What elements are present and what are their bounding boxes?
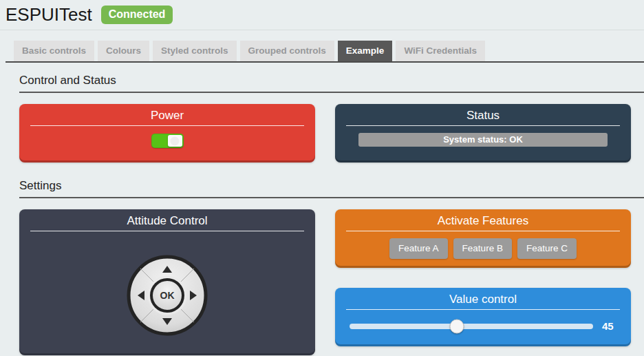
tab-basic-controls[interactable]: Basic controls [14,41,94,61]
pad-ok-label[interactable]: OK [160,290,175,301]
power-toggle-knob[interactable] [168,135,182,147]
power-panel: Power [19,104,315,163]
status-panel-body: System status: OK [335,126,631,147]
system-status-meter: System status: OK [358,133,608,147]
features-panel-title: Activate Features [335,209,631,228]
tab-grouped-controls[interactable]: Grouped controls [240,41,334,61]
tab-wifi-credentials[interactable]: WiFi Credentials [396,41,485,61]
value-slider-readout: 45 [602,320,616,332]
power-panel-body [19,126,315,148]
settings-right-column: Activate Features Feature A Feature B Fe… [335,209,631,355]
feature-c-button[interactable]: Feature C [517,238,577,259]
feature-a-button[interactable]: Feature A [389,238,448,259]
page-title: ESPUITest [6,4,92,25]
control-status-row: Power Status System status: OK [19,104,631,163]
main-content: Control and Status Power Status System s… [0,74,644,355]
tab-styled-controls[interactable]: Styled controls [153,41,237,61]
tab-colours[interactable]: Colours [98,41,149,61]
features-panel-body: Feature A Feature B Feature C [335,231,631,259]
value-slider-track[interactable] [350,324,593,329]
value-panel-body: 45 [335,310,631,332]
power-toggle-switch[interactable] [151,134,184,148]
section-label-control-status: Control and Status [19,74,631,87]
power-panel-title: Power [19,104,315,123]
section-divider [19,92,644,93]
value-panel-title: Value control [335,288,631,306]
attitude-panel-title: Attitude Control [19,209,315,228]
tab-bar: Basic controls Colours Styled controls G… [6,41,644,63]
status-panel-title: Status [335,104,631,123]
connection-status-badge: Connected [101,6,173,24]
attitude-control-panel: Attitude Control [19,209,315,355]
app-header: ESPUITest Connected [0,0,644,30]
activate-features-panel: Activate Features Feature A Feature B Fe… [335,209,631,268]
settings-row: Attitude Control [19,209,631,355]
value-control-panel: Value control 45 [335,288,631,346]
section-label-settings: Settings [19,179,631,193]
value-slider-knob[interactable] [449,319,464,333]
section-divider [19,197,644,198]
attitude-panel-body: OK [19,231,315,337]
status-panel: Status System status: OK [335,104,631,163]
directional-pad: OK [125,253,209,337]
tab-example[interactable]: Example [338,41,393,61]
feature-b-button[interactable]: Feature B [453,238,512,259]
